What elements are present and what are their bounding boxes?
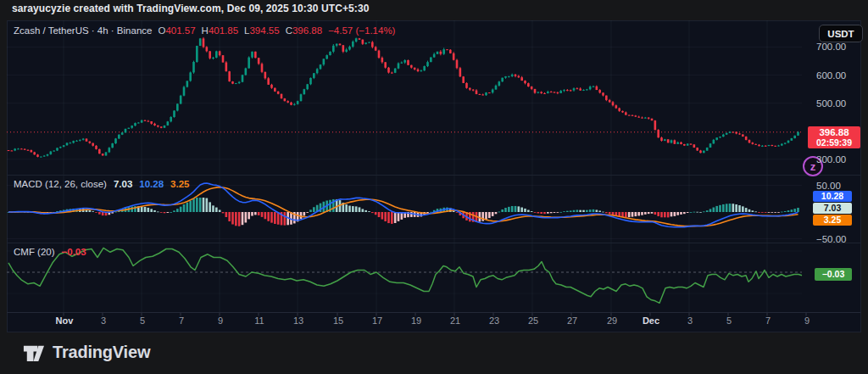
price-scale-tick: 700.00 bbox=[816, 42, 860, 52]
high-label: H bbox=[202, 25, 209, 36]
time-axis-day-label: 13 bbox=[283, 315, 314, 326]
symbol-title[interactable]: Zcash / TetherUS · 4h · Binance bbox=[14, 25, 152, 36]
time-axis-day-label: 9 bbox=[792, 315, 822, 326]
time-axis-day-label: 19 bbox=[401, 315, 431, 326]
time-axis-day-label: 7 bbox=[753, 315, 783, 326]
open-value: 401.57 bbox=[165, 25, 195, 36]
time-axis-day-label: 17 bbox=[362, 315, 392, 326]
high-value: 401.85 bbox=[209, 25, 238, 36]
attribution-text: sarayucyzie created with TradingView.com… bbox=[12, 3, 369, 14]
macd-lines bbox=[8, 183, 798, 227]
last-price: 396.88 bbox=[808, 127, 860, 137]
attribution-bar: sarayucyzie created with TradingView.com… bbox=[12, 3, 369, 18]
time-axis-day-label: 27 bbox=[557, 315, 587, 326]
macd-line-value: 10.28 bbox=[139, 179, 164, 189]
symbol-legend: Zcash / TetherUS · 4h · BinanceO401.57H4… bbox=[14, 25, 395, 36]
last-price-badge: 396.88 02:59:39 bbox=[808, 126, 860, 148]
time-axis-day-label: 3 bbox=[88, 315, 119, 326]
cmf-legend: CMF (20)−0.03 bbox=[14, 247, 86, 257]
time-axis-day-label: 3 bbox=[675, 315, 705, 326]
cmf-value-badge: −0.03 bbox=[815, 268, 852, 281]
time-axis-day-label: 5 bbox=[714, 315, 744, 326]
time-axis-month-label: Dec bbox=[636, 315, 666, 326]
change-value: −4.57 (−1.14%) bbox=[328, 25, 395, 36]
footer-bar: TradingView bbox=[0, 332, 868, 374]
macd-title[interactable]: MACD (12, 26, close) bbox=[14, 179, 107, 189]
bar-countdown: 02:59:39 bbox=[808, 137, 860, 148]
time-axis-day-label: 5 bbox=[127, 315, 158, 326]
macd-histogram bbox=[8, 198, 799, 226]
cmf-plot bbox=[7, 248, 802, 303]
low-value: 394.55 bbox=[249, 25, 279, 36]
time-axis-day-label: 15 bbox=[323, 315, 353, 326]
time-axis-month-label: Nov bbox=[49, 315, 80, 326]
macd-scale-tick: −50.00 bbox=[816, 234, 860, 244]
candles-series bbox=[8, 37, 799, 158]
price-scale-tick: 600.00 bbox=[816, 70, 860, 81]
tradingview-logo-icon bbox=[22, 341, 45, 364]
macd-signal-value: 3.25 bbox=[170, 179, 189, 189]
time-axis-day-label: 21 bbox=[440, 315, 470, 326]
price-scale-tick: 500.00 bbox=[816, 98, 860, 109]
macd-line-badge: 10.28 bbox=[813, 191, 852, 202]
tradingview-logo-text: TradingView bbox=[53, 343, 150, 362]
time-axis-day-label: 23 bbox=[479, 315, 509, 326]
tradingview-snapshot: sarayucyzie created with TradingView.com… bbox=[0, 0, 868, 374]
chart-canvas[interactable]: z bbox=[7, 20, 861, 332]
price-scale-tick: 300.00 bbox=[816, 154, 860, 165]
currency-button[interactable]: USDT bbox=[819, 25, 863, 42]
cmf-title[interactable]: CMF (20) bbox=[14, 247, 55, 257]
macd-hist-badge: 7.03 bbox=[813, 203, 852, 214]
macd-legend: MACD (12, 26, close)7.0310.283.25 bbox=[14, 179, 190, 189]
svg-text:z: z bbox=[810, 160, 816, 173]
macd-scale-tick: 50.00 bbox=[816, 181, 860, 191]
gridlines bbox=[7, 20, 861, 313]
time-axis-day-label: 9 bbox=[205, 315, 236, 326]
close-value: 396.88 bbox=[292, 25, 322, 36]
time-axis-day-label: 29 bbox=[597, 315, 627, 326]
time-axis-day-label: 25 bbox=[518, 315, 548, 326]
macd-signal-badge: 3.25 bbox=[813, 215, 852, 226]
chart-panel[interactable]: z Zcash / TetherUS · 4h · BinanceO401.57… bbox=[7, 20, 861, 332]
cmf-value: −0.03 bbox=[62, 247, 86, 257]
time-axis-day-label: 11 bbox=[244, 315, 275, 326]
close-label: C bbox=[286, 25, 292, 36]
time-axis-day-label: 7 bbox=[166, 315, 197, 326]
tradingview-logo[interactable]: TradingView bbox=[22, 341, 150, 364]
macd-hist-value: 7.03 bbox=[114, 179, 132, 189]
